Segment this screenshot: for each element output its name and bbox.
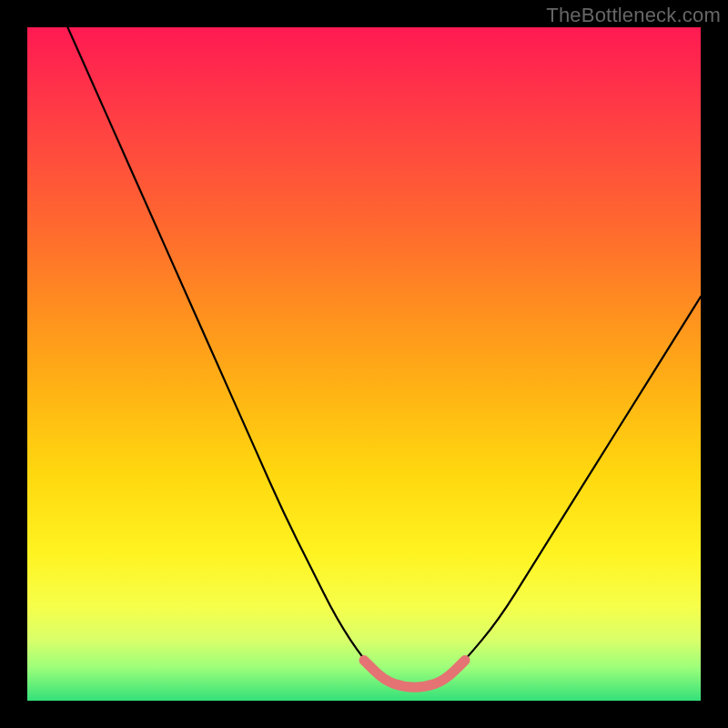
chart-frame: TheBottleneck.com: [0, 0, 728, 728]
curve-svg: [27, 27, 701, 701]
plot-area: [27, 27, 701, 701]
bottleneck-curve: [67, 27, 701, 687]
watermark-text: TheBottleneck.com: [546, 4, 721, 27]
optimal-range-highlight: [364, 661, 465, 688]
